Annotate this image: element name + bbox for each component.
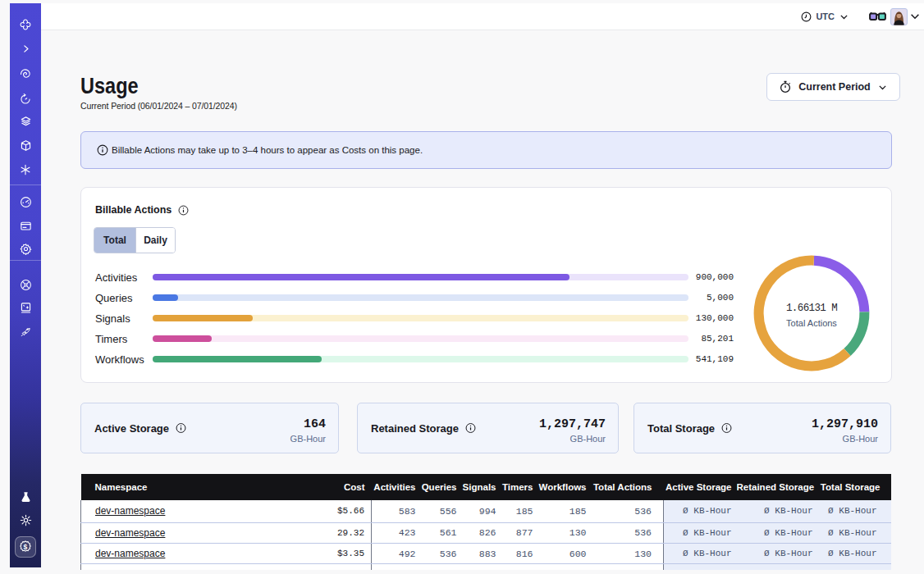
svg-text:$: $ bbox=[24, 543, 28, 551]
